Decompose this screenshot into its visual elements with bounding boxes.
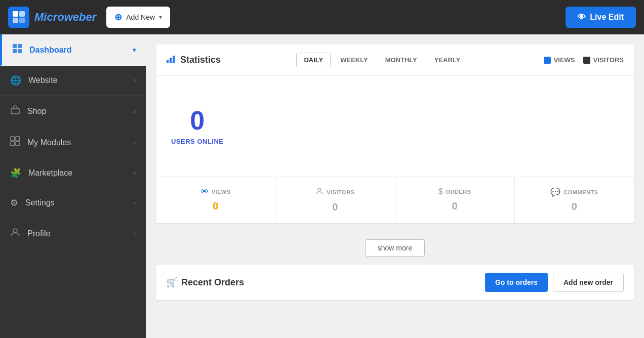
sidebar-item-settings-left: ⚙ Settings [10,197,55,208]
live-edit-label: Live Edit [590,13,624,22]
svg-rect-15 [170,58,172,63]
sidebar-item-website-left: 🌐 Website [10,75,58,86]
metric-views-label: VIEWS [212,189,231,195]
visitors-dot [583,57,590,64]
chevron-down-icon: ▾ [133,47,136,54]
sidebar-settings-label: Settings [25,198,55,207]
metric-orders-header: $ ORDERS [406,187,504,196]
chevron-right-icon: › [134,170,136,177]
chevron-right-icon: › [134,230,136,237]
orders-icon: $ [438,187,443,196]
shop-icon [10,105,20,117]
show-more-button[interactable]: show more [365,239,425,257]
recent-orders-title: 🛒 Recent Orders [166,277,244,288]
sidebar-mymodules-label: My Modules [27,138,71,147]
plus-icon: ⊕ [114,12,122,23]
svg-rect-8 [11,109,19,114]
metric-visitors-value: 0 [286,201,384,213]
tab-daily[interactable]: DAILY [296,53,331,67]
sidebar-item-dashboard[interactable]: Dashboard ▾ [0,34,146,66]
chevron-right-icon: › [134,199,136,206]
metric-comments-header: 💬 COMMENTS [525,187,624,197]
sidebar-item-marketplace[interactable]: 🧩 Marketplace › [0,158,146,188]
topbar: Microweber ⊕ Add New ▾ 👁 Live Edit [0,0,644,34]
logo-icon [8,7,29,28]
sidebar-item-profile[interactable]: Profile › [0,218,146,249]
svg-rect-12 [16,142,20,146]
marketplace-icon: 🧩 [10,167,21,179]
recent-orders-label: Recent Orders [181,277,244,288]
sidebar-item-mymodules-left: My Modules [10,136,71,149]
sidebar-dashboard-label: Dashboard [29,46,72,55]
logo: Microweber [8,7,96,28]
profile-icon [10,227,20,240]
svg-rect-10 [16,137,20,141]
svg-rect-7 [18,49,22,53]
sidebar: Dashboard ▾ 🌐 Website › Shop › [0,34,146,338]
sidebar-item-dashboard-left: Dashboard [12,44,72,56]
visitors-legend-label: VISITORS [593,56,624,64]
settings-icon: ⚙ [10,197,18,208]
metric-comments: 💬 COMMENTS 0 [515,177,634,223]
add-new-button[interactable]: ⊕ Add New ▾ [106,7,170,28]
legend-visitors: VISITORS [583,56,624,64]
svg-rect-5 [18,44,22,48]
legend-views: VIEWS [544,56,575,64]
tab-yearly[interactable]: YEARLY [427,53,468,67]
statistics-title: Statistics [166,54,221,66]
metric-views: 👁 VIEWS 0 [156,177,275,223]
recent-orders-header: 🛒 Recent Orders Go to orders Add new ord… [156,265,634,300]
sidebar-item-marketplace-left: 🧩 Marketplace [10,167,72,179]
metric-comments-label: COMMENTS [564,189,598,195]
sidebar-website-label: Website [28,76,58,85]
users-online-number: 0 [171,107,224,134]
stats-metrics: 👁 VIEWS 0 VISITORS [156,177,634,223]
go-to-orders-button[interactable]: Go to orders [485,273,548,292]
live-edit-button[interactable]: 👁 Live Edit [566,7,636,28]
statistics-icon [166,54,176,66]
statistics-tabs: DAILY WEEKLY MONTHLY YEARLY [296,53,468,67]
statistics-legend: VIEWS VISITORS [544,56,624,64]
svg-rect-16 [173,56,175,63]
website-icon: 🌐 [10,75,21,86]
add-new-order-button[interactable]: Add new order [553,273,624,292]
main-content: Statistics DAILY WEEKLY MONTHLY YEARLY V… [146,34,644,338]
svg-rect-2 [13,18,18,23]
sidebar-item-website[interactable]: 🌐 Website › [0,66,146,96]
eye-icon: 👁 [200,187,209,196]
svg-rect-14 [167,60,169,63]
metric-comments-value: 0 [525,201,624,213]
svg-rect-9 [11,137,15,141]
sidebar-marketplace-label: Marketplace [28,168,72,178]
svg-rect-4 [13,44,17,48]
sidebar-item-mymodules[interactable]: My Modules › [0,127,146,158]
chevron-right-icon: › [134,139,136,146]
svg-rect-11 [11,142,15,146]
sidebar-item-shop[interactable]: Shop › [0,96,146,127]
sidebar-item-settings[interactable]: ⚙ Settings › [0,188,146,218]
visitors-icon [315,187,324,197]
recent-orders-card: 🛒 Recent Orders Go to orders Add new ord… [156,265,634,300]
statistics-header: Statistics DAILY WEEKLY MONTHLY YEARLY V… [156,45,634,76]
metric-views-value: 0 [166,200,265,212]
metric-orders-label: ORDERS [446,189,471,195]
dashboard-icon [12,44,22,56]
views-legend-label: VIEWS [554,56,575,64]
eye-icon: 👁 [578,13,586,22]
mymodules-icon [10,136,20,149]
layout: Dashboard ▾ 🌐 Website › Shop › [0,34,644,338]
cart-icon: 🛒 [166,277,177,288]
add-new-label: Add New [126,13,155,21]
logo-text: Microweber [34,11,96,24]
orders-actions: Go to orders Add new order [485,273,624,292]
metric-views-header: 👁 VIEWS [166,187,265,196]
chevron-down-icon: ▾ [159,14,162,21]
metric-visitors: VISITORS 0 [275,177,395,223]
sidebar-item-profile-left: Profile [10,227,50,240]
topbar-left: Microweber ⊕ Add New ▾ [8,7,170,28]
metric-visitors-header: VISITORS [286,187,384,197]
tab-monthly[interactable]: MONTHLY [378,53,425,67]
svg-point-17 [318,188,321,191]
users-online-label: USERS ONLINE [171,138,224,145]
tab-weekly[interactable]: WEEKLY [333,53,375,67]
